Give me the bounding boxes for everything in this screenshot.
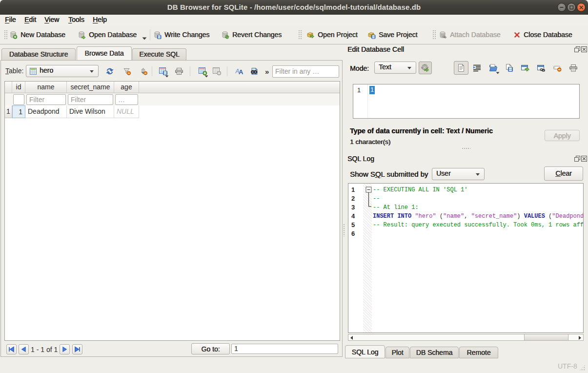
svg-text:A: A — [239, 68, 243, 76]
